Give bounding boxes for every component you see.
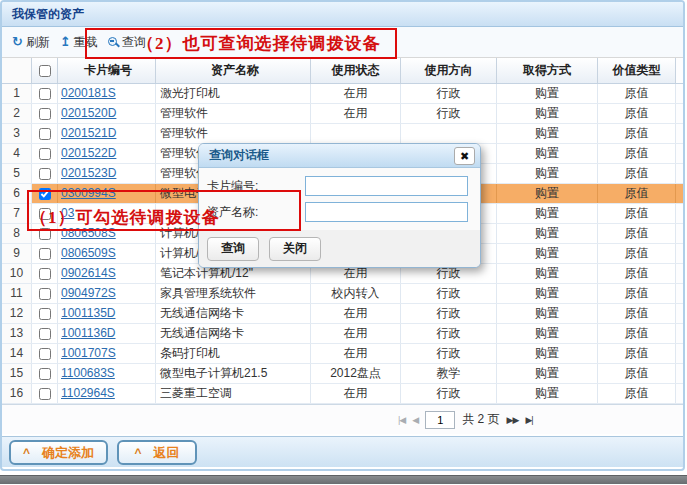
- row-checkbox[interactable]: [39, 368, 51, 380]
- card-number-link[interactable]: 0904972S: [61, 286, 116, 300]
- dialog-close-action-button[interactable]: 关闭: [269, 237, 321, 261]
- usage-direction-cell: 行政: [401, 84, 497, 103]
- card-number-link[interactable]: 1001135D: [61, 306, 116, 320]
- dialog-query-button[interactable]: 查询: [207, 237, 259, 261]
- row-checkbox[interactable]: [39, 388, 51, 400]
- header-asset-name[interactable]: 资产名称: [156, 58, 311, 83]
- row-gutter: [676, 184, 683, 203]
- pager-first-icon[interactable]: |◀: [398, 415, 405, 425]
- row-checkbox-cell: [32, 284, 58, 303]
- usage-status-cell: 在用: [311, 344, 401, 363]
- row-checkbox-cell: [32, 84, 58, 103]
- card-number-cell: 0902614S: [58, 264, 156, 283]
- row-gutter: [676, 384, 683, 403]
- card-number-link[interactable]: 1001136D: [61, 326, 116, 340]
- card-number-cell: 0300994S: [58, 184, 156, 203]
- asset-name-field[interactable]: [305, 202, 468, 222]
- value-type-cell: 原值: [598, 244, 676, 263]
- query-label: 查询: [122, 34, 146, 51]
- row-checkbox-cell: [32, 304, 58, 323]
- header-usage-status[interactable]: 使用状态: [311, 58, 401, 83]
- acquire-method-cell: 购置: [497, 224, 598, 243]
- usage-direction-cell: 教学: [401, 364, 497, 383]
- asset-name-cell: 管理软件: [156, 104, 311, 123]
- row-checkbox[interactable]: [39, 188, 51, 200]
- reload-button[interactable]: ↥ 重载: [55, 31, 103, 54]
- value-type-cell: 原值: [598, 84, 676, 103]
- pager-last-icon[interactable]: ▶|: [525, 415, 532, 425]
- confirm-add-button[interactable]: ^ 确定添加: [9, 440, 108, 465]
- caret-icon: ^: [135, 446, 142, 460]
- row-checkbox[interactable]: [39, 208, 51, 220]
- query-button[interactable]: 查询: [103, 31, 151, 54]
- row-checkbox[interactable]: [39, 288, 51, 300]
- row-checkbox[interactable]: [39, 228, 51, 240]
- row-checkbox[interactable]: [39, 268, 51, 280]
- card-number-link[interactable]: 0902614S: [61, 266, 116, 280]
- row-checkbox[interactable]: [39, 308, 51, 320]
- row-checkbox[interactable]: [39, 328, 51, 340]
- card-number-link[interactable]: 0201523D: [61, 166, 116, 180]
- card-number-link[interactable]: 1102964S: [61, 386, 115, 400]
- row-checkbox[interactable]: [39, 148, 51, 160]
- card-number-link[interactable]: 0806508S: [61, 226, 116, 240]
- reload-label: 重载: [74, 34, 98, 51]
- header-usage-direction[interactable]: 使用方向: [401, 58, 497, 83]
- card-number-field[interactable]: [305, 176, 468, 196]
- row-number-cell: 9: [2, 244, 32, 263]
- usage-status-cell: 在用: [311, 104, 401, 123]
- row-checkbox[interactable]: [39, 168, 51, 180]
- row-checkbox[interactable]: [39, 248, 51, 260]
- row-gutter: [676, 324, 683, 343]
- header-acquire-method[interactable]: 取得方式: [497, 58, 598, 83]
- usage-direction-cell: [401, 124, 497, 143]
- table-row: 161102964S三菱重工空调在用行政购置原值: [2, 384, 683, 404]
- row-checkbox[interactable]: [39, 348, 51, 360]
- card-number-cell: 1100683S: [58, 364, 156, 383]
- card-number-cell: 1102964S: [58, 384, 156, 403]
- row-checkbox-cell: [32, 164, 58, 183]
- table-row: 141001707S条码打印机在用行政购置原值: [2, 344, 683, 364]
- return-button[interactable]: ^ 返回: [117, 440, 197, 465]
- row-checkbox[interactable]: [39, 88, 51, 100]
- asset-name-cell: 激光打印机: [156, 84, 311, 103]
- window-title: 我保管的资产: [2, 2, 683, 27]
- refresh-button[interactable]: ↻ 刷新: [7, 31, 55, 54]
- card-number-link[interactable]: 0201522D: [61, 146, 116, 160]
- select-all-checkbox[interactable]: [39, 65, 51, 77]
- value-type-cell: 原值: [598, 364, 676, 383]
- card-number-link[interactable]: 0300994S: [61, 186, 116, 200]
- card-number-cell: 1001135D: [58, 304, 156, 323]
- acquire-method-cell: 购置: [497, 344, 598, 363]
- row-number-cell: 13: [2, 324, 32, 343]
- dialog-close-button[interactable]: ✖: [454, 147, 475, 165]
- query-dialog-body: 卡片编号: 资产名称:: [199, 168, 480, 225]
- card-number-link[interactable]: 0200181S: [61, 86, 116, 100]
- row-checkbox[interactable]: [39, 128, 51, 140]
- card-number-link[interactable]: 03: [61, 206, 74, 220]
- asset-name-cell: 无线通信网络卡: [156, 304, 311, 323]
- table-header: 卡片编号 资产名称 使用状态 使用方向 取得方式 价值类型: [2, 58, 683, 84]
- card-number-link[interactable]: 0806509S: [61, 246, 116, 260]
- card-number-link[interactable]: 1001707S: [61, 346, 116, 360]
- pager-page-input[interactable]: [425, 411, 455, 429]
- card-number-link[interactable]: 0201520D: [61, 106, 116, 120]
- row-number-cell: 12: [2, 304, 32, 323]
- pager-next-icon[interactable]: ▶▶: [507, 415, 519, 425]
- row-checkbox[interactable]: [39, 108, 51, 120]
- asset-name-cell: 三菱重工空调: [156, 384, 311, 403]
- asset-name-label: 资产名称:: [207, 204, 305, 221]
- row-gutter: [676, 104, 683, 123]
- query-dialog-titlebar[interactable]: 查询对话框: [199, 144, 480, 168]
- card-number-link[interactable]: 1100683S: [61, 366, 115, 380]
- acquire-method-cell: 购置: [497, 164, 598, 183]
- table-row: 121001135D无线通信网络卡在用行政购置原值: [2, 304, 683, 324]
- usage-direction-cell: 行政: [401, 384, 497, 403]
- usage-status-cell: [311, 124, 401, 143]
- pager-prev-icon[interactable]: ◀: [412, 415, 418, 425]
- row-gutter: [676, 204, 683, 223]
- header-card-number[interactable]: 卡片编号: [58, 58, 156, 83]
- header-value-type[interactable]: 价值类型: [598, 58, 676, 83]
- row-checkbox-cell: [32, 264, 58, 283]
- card-number-link[interactable]: 0201521D: [61, 126, 116, 140]
